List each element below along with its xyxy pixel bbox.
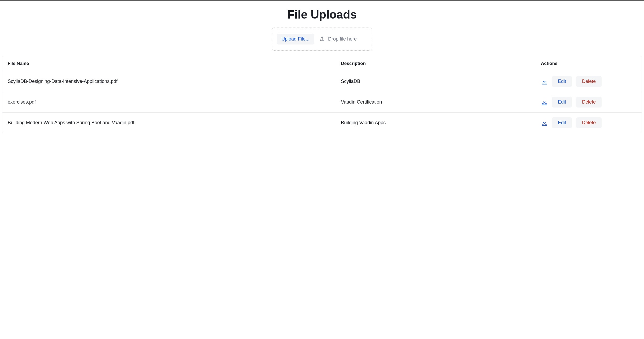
- cell-description: ScyllaDB: [341, 79, 541, 84]
- delete-button[interactable]: Delete: [576, 97, 602, 108]
- table-row: Building Modern Web Apps with Spring Boo…: [2, 113, 642, 133]
- edit-button[interactable]: Edit: [552, 117, 572, 128]
- cell-description: Building Vaadin Apps: [341, 120, 541, 126]
- cell-filename: exercises.pdf: [8, 99, 341, 105]
- table-row: ScyllaDB-Designing-Data-Intensive-Applic…: [2, 71, 642, 92]
- download-icon[interactable]: [541, 78, 548, 85]
- cell-actions: Edit Delete: [541, 117, 636, 128]
- cell-actions: Edit Delete: [541, 97, 636, 108]
- cell-actions: Edit Delete: [541, 76, 636, 87]
- upload-dropzone[interactable]: Upload File... Drop file here: [272, 28, 372, 51]
- drop-area[interactable]: Drop file here: [320, 36, 357, 42]
- upload-file-button[interactable]: Upload File...: [277, 34, 314, 44]
- cell-filename: ScyllaDB-Designing-Data-Intensive-Applic…: [8, 79, 341, 84]
- download-icon[interactable]: [541, 119, 548, 126]
- drop-file-label: Drop file here: [328, 36, 357, 42]
- column-header-description: Description: [341, 61, 541, 66]
- cell-description: Vaadin Certification: [341, 99, 541, 105]
- download-icon[interactable]: [541, 99, 548, 106]
- delete-button[interactable]: Delete: [576, 117, 602, 128]
- file-grid: File Name Description Actions ScyllaDB-D…: [2, 56, 642, 133]
- column-header-filename: File Name: [8, 61, 341, 66]
- delete-button[interactable]: Delete: [576, 76, 602, 87]
- table-row: exercises.pdf Vaadin Certification Edit …: [2, 92, 642, 113]
- grid-header-row: File Name Description Actions: [2, 56, 642, 71]
- column-header-actions: Actions: [541, 61, 636, 66]
- page-title: File Uploads: [2, 8, 642, 21]
- edit-button[interactable]: Edit: [552, 76, 572, 87]
- edit-button[interactable]: Edit: [552, 97, 572, 108]
- upload-icon: [320, 36, 325, 42]
- cell-filename: Building Modern Web Apps with Spring Boo…: [8, 120, 341, 126]
